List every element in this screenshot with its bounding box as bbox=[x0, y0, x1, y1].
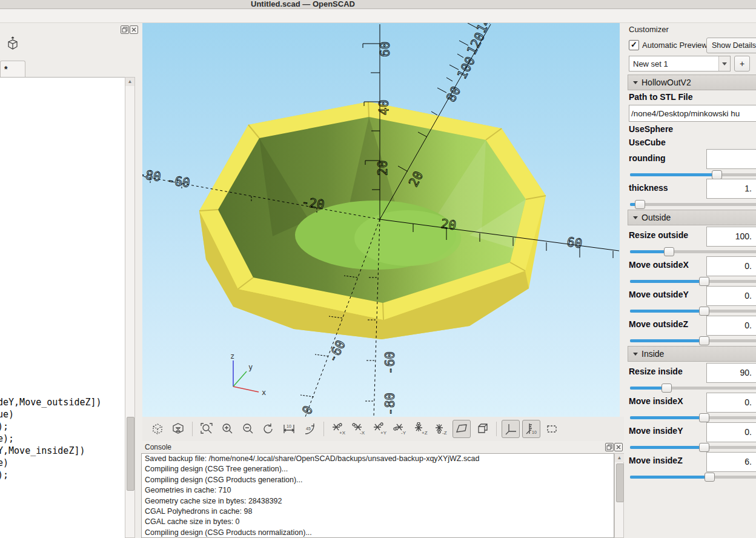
scroll-up-icon[interactable]: ▲ bbox=[615, 454, 624, 462]
svg-text:100: 100 bbox=[454, 55, 478, 82]
show-details-button[interactable]: Show Details bbox=[706, 38, 756, 53]
svg-text:40: 40 bbox=[377, 100, 391, 115]
show-edges-icon[interactable] bbox=[543, 420, 561, 438]
close-dock-icon[interactable] bbox=[130, 25, 138, 34]
move-insidez-input[interactable]: 6. bbox=[706, 452, 756, 472]
perspective-icon[interactable] bbox=[453, 420, 471, 438]
param-label-usesphere: UseSphere bbox=[629, 124, 673, 134]
console-header: Console bbox=[141, 441, 624, 453]
move-insidey-slider[interactable] bbox=[630, 443, 756, 452]
preset-select[interactable]: New set 1 bbox=[629, 56, 731, 71]
orthographic-icon[interactable] bbox=[473, 420, 491, 438]
move-insidey-input[interactable]: 0. bbox=[706, 422, 756, 442]
svg-text:+Z: +Z bbox=[422, 430, 428, 436]
param-label: Path to STL File bbox=[629, 92, 693, 102]
svg-text:-60: -60 bbox=[166, 173, 191, 190]
move-insidex-slider[interactable] bbox=[630, 413, 756, 422]
3d-viewport[interactable]: 20 40 60 -60 -80 20 80 100 120 140 -60 0… bbox=[142, 23, 620, 417]
thickness-slider[interactable] bbox=[630, 200, 756, 209]
view-minus-z-icon[interactable]: -Z bbox=[432, 420, 450, 438]
slider-handle[interactable] bbox=[662, 384, 672, 393]
param-label-usecube: UseCube bbox=[629, 138, 666, 147]
export-cube-icon[interactable] bbox=[6, 36, 19, 53]
show-scale-icon[interactable]: 10 bbox=[522, 420, 540, 438]
triad-z-label: z bbox=[230, 352, 234, 360]
resize-outside-slider[interactable] bbox=[630, 247, 756, 256]
param-label-rounding: rounding bbox=[629, 153, 666, 163]
orientation-triad: z y x bbox=[230, 352, 266, 397]
toolbar-separator bbox=[496, 422, 497, 436]
section-inside[interactable]: Inside bbox=[628, 346, 756, 362]
slider-handle[interactable] bbox=[635, 200, 645, 209]
slider-handle[interactable] bbox=[712, 170, 722, 179]
svg-text:-80: -80 bbox=[383, 393, 397, 416]
section-hollowoutv2[interactable]: HollowOutV2 bbox=[628, 75, 756, 90]
svg-text:20: 20 bbox=[376, 161, 390, 176]
move-outsidey-slider[interactable] bbox=[630, 307, 756, 316]
scroll-up-icon[interactable]: ▲ bbox=[125, 78, 134, 86]
move-insidez-slider[interactable] bbox=[630, 473, 756, 482]
close-console-icon[interactable] bbox=[614, 443, 623, 451]
svg-text:0: 0 bbox=[299, 404, 316, 417]
preview-icon[interactable] bbox=[148, 420, 167, 438]
slider-handle[interactable] bbox=[699, 336, 709, 345]
zoom-in-icon[interactable] bbox=[218, 420, 236, 438]
view-minus-x-icon[interactable]: -X bbox=[350, 420, 368, 438]
view-plus-x-icon[interactable]: +X bbox=[329, 420, 347, 438]
svg-text:10: 10 bbox=[532, 430, 537, 434]
svg-text:+Y: +Y bbox=[380, 430, 386, 436]
svg-text:-60: -60 bbox=[325, 338, 348, 365]
editor-tab[interactable]: * bbox=[0, 61, 25, 77]
move-outsidey-input[interactable]: 0. bbox=[706, 286, 756, 306]
slider-handle[interactable] bbox=[699, 307, 709, 316]
resize-inside-input[interactable]: 90. bbox=[706, 363, 756, 383]
window-title: Untitled.scad — OpenSCAD bbox=[0, 0, 606, 8]
resize-outside-input[interactable]: 100. bbox=[706, 227, 756, 247]
move-outsidez-input[interactable]: 0. bbox=[706, 316, 756, 336]
slider-handle[interactable] bbox=[699, 277, 709, 286]
console-scroll-thumb[interactable] bbox=[616, 463, 624, 502]
move-insidex-input[interactable]: 0. bbox=[706, 393, 756, 413]
customizer-title: Customizer bbox=[629, 25, 669, 34]
view-plus-y-icon[interactable]: +Y bbox=[370, 420, 388, 438]
resize-inside-slider[interactable] bbox=[630, 384, 756, 393]
measure-angle-icon[interactable]: 45 bbox=[300, 420, 319, 438]
thickness-input[interactable]: 1. bbox=[706, 179, 756, 199]
zoom-all-icon[interactable] bbox=[197, 420, 216, 438]
stl-path-input[interactable]: /none4/Desktop/minkowski hu bbox=[629, 105, 756, 122]
view-minus-y-icon[interactable]: -Y bbox=[391, 420, 409, 438]
viewport-canvas: 20 40 60 -60 -80 20 80 100 120 140 -60 0… bbox=[142, 23, 620, 417]
console-scrollbar[interactable]: ▲ bbox=[614, 453, 624, 538]
float-console-icon[interactable] bbox=[605, 443, 614, 451]
rounding-input[interactable] bbox=[706, 149, 756, 169]
rounding-slider[interactable] bbox=[630, 170, 756, 179]
openscad-window: Untitled.scad — OpenSCAD * deY,Move_outs… bbox=[0, 0, 756, 538]
show-axes-icon[interactable] bbox=[502, 420, 520, 438]
slider-handle[interactable] bbox=[699, 443, 709, 452]
move-outsidez-slider[interactable] bbox=[630, 336, 756, 345]
move-outsidex-input[interactable]: 0. bbox=[706, 256, 756, 276]
automatic-preview-checkbox[interactable]: ✓ bbox=[629, 40, 639, 50]
console-line: Geometries in cache: 710 bbox=[142, 485, 614, 496]
slider-handle[interactable] bbox=[705, 473, 715, 482]
editor-scrollbar[interactable]: ▲ bbox=[125, 77, 135, 538]
float-dock-icon[interactable] bbox=[121, 25, 129, 34]
slider-handle[interactable] bbox=[664, 247, 674, 256]
titlebar: Untitled.scad — OpenSCAD bbox=[0, 0, 756, 9]
section-outside[interactable]: Outside bbox=[628, 210, 756, 225]
measure-distance-icon[interactable]: 10 bbox=[280, 420, 298, 438]
console-log[interactable]: Saved backup file: /home/none4/.local/sh… bbox=[141, 453, 614, 538]
add-preset-button[interactable]: + bbox=[734, 56, 750, 71]
editor-scroll-thumb[interactable] bbox=[127, 417, 134, 491]
view-plus-z-icon[interactable]: +Z bbox=[411, 420, 429, 438]
zoom-out-icon[interactable] bbox=[239, 420, 257, 438]
param-label-move-insidey: Move insideY bbox=[629, 426, 683, 436]
menu-strip bbox=[0, 9, 756, 23]
render-icon[interactable] bbox=[169, 420, 187, 438]
slider-handle[interactable] bbox=[699, 413, 709, 422]
reset-view-icon[interactable] bbox=[259, 420, 277, 438]
triad-x-label: x bbox=[262, 388, 266, 397]
chevron-down-icon[interactable] bbox=[718, 56, 730, 71]
code-editor[interactable]: deY,Move_outsideZ])ue));e);Y,Move_inside… bbox=[0, 77, 125, 538]
move-outsidex-slider[interactable] bbox=[630, 277, 756, 286]
